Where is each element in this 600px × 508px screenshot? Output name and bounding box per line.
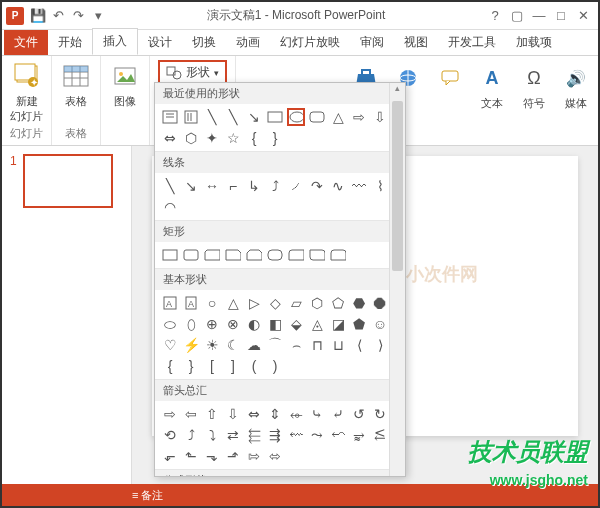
shape-a17[interactable]: ⇶ xyxy=(266,426,284,444)
tab-file[interactable]: 文件 xyxy=(4,30,48,55)
shape-a2[interactable]: ⇦ xyxy=(182,405,200,423)
shape-b4[interactable]: △ xyxy=(224,294,242,312)
shape-a26[interactable]: ⬏ xyxy=(224,447,242,465)
shape-a6[interactable]: ⇕ xyxy=(266,405,284,423)
shape-a20[interactable]: ⬿ xyxy=(329,426,347,444)
shape-a21[interactable]: ⥵ xyxy=(350,426,368,444)
shape-line-2[interactable]: ↘ xyxy=(182,177,200,195)
shape-b6[interactable]: ◇ xyxy=(266,294,284,312)
shape-b13[interactable]: ⬯ xyxy=(182,315,200,333)
tab-slideshow[interactable]: 幻灯片放映 xyxy=(270,30,350,55)
shape-a7[interactable]: ⬰ xyxy=(287,405,305,423)
shape-line-3[interactable]: ↔ xyxy=(203,177,221,195)
shape-elbow[interactable]: ⌐ xyxy=(224,177,242,195)
shape-a19[interactable]: ⤳ xyxy=(308,426,326,444)
shape-brace-r[interactable]: } xyxy=(266,129,284,147)
shape-rect[interactable] xyxy=(266,108,284,126)
shape-b12[interactable]: ⬭ xyxy=(161,315,179,333)
image-button[interactable]: 图像 xyxy=(109,60,141,109)
shape-a15[interactable]: ⇄ xyxy=(224,426,242,444)
tab-design[interactable]: 设计 xyxy=(138,30,182,55)
shape-star4[interactable]: ✦ xyxy=(203,129,221,147)
table-button[interactable]: 表格 xyxy=(60,60,92,109)
shape-elbow-bi[interactable]: ⤴ xyxy=(266,177,284,195)
shape-rect-1[interactable] xyxy=(161,246,179,264)
shape-arrow-bi[interactable]: ⇔ xyxy=(161,129,179,147)
shape-arrow-line[interactable]: ↘ xyxy=(245,108,263,126)
shape-b26[interactable]: ☾ xyxy=(224,336,242,354)
shape-a12[interactable]: ⟲ xyxy=(161,426,179,444)
shape-b35[interactable]: } xyxy=(182,357,200,375)
text-button[interactable]: A 文本 xyxy=(476,62,508,111)
help-icon[interactable]: ? xyxy=(484,6,506,26)
shape-textbox-v[interactable] xyxy=(182,108,200,126)
shape-textbox[interactable] xyxy=(161,108,179,126)
scrollbar-up-icon[interactable]: ▴ xyxy=(390,83,405,93)
tab-review[interactable]: 审阅 xyxy=(350,30,394,55)
save-icon[interactable]: 💾 xyxy=(28,6,48,26)
shape-a22[interactable]: ⥶ xyxy=(371,426,389,444)
shape-rect-6[interactable] xyxy=(266,246,284,264)
shape-a28[interactable]: ⬄ xyxy=(266,447,284,465)
shape-a3[interactable]: ⇧ xyxy=(203,405,221,423)
shape-a24[interactable]: ⬑ xyxy=(182,447,200,465)
tab-developer[interactable]: 开发工具 xyxy=(438,30,506,55)
shape-b18[interactable]: ⬙ xyxy=(287,315,305,333)
minimize-icon[interactable]: ― xyxy=(528,6,550,26)
shape-line[interactable]: ╲ xyxy=(203,108,221,126)
shape-a10[interactable]: ↺ xyxy=(350,405,368,423)
shape-a23[interactable]: ⬐ xyxy=(161,447,179,465)
notes-label[interactable]: 备注 xyxy=(141,489,163,501)
shape-b24[interactable]: ⚡ xyxy=(182,336,200,354)
comment-button[interactable] xyxy=(434,62,466,111)
shape-b3[interactable]: ○ xyxy=(203,294,221,312)
shape-b1[interactable]: A xyxy=(161,294,179,312)
shape-b17[interactable]: ◧ xyxy=(266,315,284,333)
shape-b10[interactable]: ⬣ xyxy=(350,294,368,312)
shape-rect-3[interactable] xyxy=(203,246,221,264)
symbol-button[interactable]: Ω 符号 xyxy=(518,62,550,111)
shape-connector[interactable]: ◠ xyxy=(161,198,179,216)
shape-b22[interactable]: ☺ xyxy=(371,315,389,333)
shape-a18[interactable]: ⬳ xyxy=(287,426,305,444)
shape-curve-arrow[interactable]: ↷ xyxy=(308,177,326,195)
shape-b16[interactable]: ◐ xyxy=(245,315,263,333)
tab-addins[interactable]: 加载项 xyxy=(506,30,562,55)
shape-freeform[interactable]: 〰 xyxy=(350,177,368,195)
shape-b34[interactable]: { xyxy=(161,357,179,375)
shape-a9[interactable]: ⤶ xyxy=(329,405,347,423)
shape-star5[interactable]: ☆ xyxy=(224,129,242,147)
shape-line2[interactable]: ╲ xyxy=(224,108,242,126)
shape-a13[interactable]: ⤴ xyxy=(182,426,200,444)
shape-b15[interactable]: ⊗ xyxy=(224,315,242,333)
tab-animations[interactable]: 动画 xyxy=(226,30,270,55)
shape-rect-2[interactable] xyxy=(182,246,200,264)
tab-transitions[interactable]: 切换 xyxy=(182,30,226,55)
shape-a1[interactable]: ⇨ xyxy=(161,405,179,423)
shape-line-1[interactable]: ╲ xyxy=(161,177,179,195)
shape-b25[interactable]: ☀ xyxy=(203,336,221,354)
close-icon[interactable]: ✕ xyxy=(572,6,594,26)
shape-a8[interactable]: ⤷ xyxy=(308,405,326,423)
shape-roundrect[interactable] xyxy=(308,108,326,126)
media-button[interactable]: 🔊 媒体 xyxy=(560,62,592,111)
shape-arrow-r[interactable]: ⇨ xyxy=(350,108,368,126)
redo-icon[interactable]: ↷ xyxy=(68,6,88,26)
shape-b11[interactable]: ⯃ xyxy=(371,294,389,312)
tab-view[interactable]: 视图 xyxy=(394,30,438,55)
shape-b21[interactable]: ⬟ xyxy=(350,315,368,333)
slide-thumbnail-1[interactable]: 1 xyxy=(10,154,123,208)
shape-b7[interactable]: ▱ xyxy=(287,294,305,312)
shape-b33[interactable]: ⟩ xyxy=(371,336,389,354)
shape-b20[interactable]: ◪ xyxy=(329,315,347,333)
tab-insert[interactable]: 插入 xyxy=(92,28,138,55)
shape-arrow-d[interactable]: ⇩ xyxy=(371,108,389,126)
tab-home[interactable]: 开始 xyxy=(48,30,92,55)
shape-b8[interactable]: ⬡ xyxy=(308,294,326,312)
shape-b29[interactable]: ⌢ xyxy=(287,336,305,354)
gallery-scrollbar[interactable]: ▴ xyxy=(389,83,405,476)
shape-b5[interactable]: ▷ xyxy=(245,294,263,312)
shape-b23[interactable]: ♡ xyxy=(161,336,179,354)
shape-scribble[interactable]: ⌇ xyxy=(371,177,389,195)
shape-b28[interactable]: ⌒ xyxy=(266,336,284,354)
